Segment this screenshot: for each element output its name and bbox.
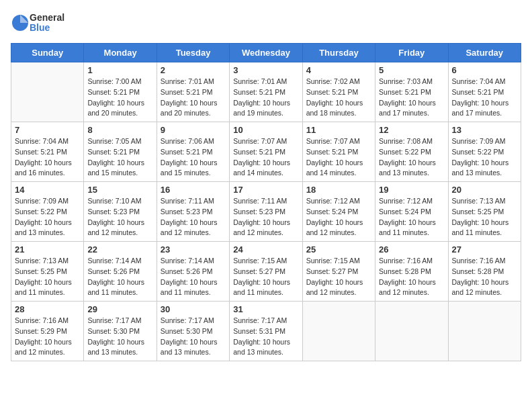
day-number: 14 [15, 185, 80, 195]
day-number: 4 [306, 65, 371, 75]
calendar-day-cell: 3Sunrise: 7:01 AMSunset: 5:21 PMDaylight… [230, 62, 302, 122]
calendar-week-row: 14Sunrise: 7:09 AMSunset: 5:22 PMDayligh… [11, 182, 521, 242]
calendar-weekday-header: Monday [84, 44, 157, 62]
day-info: Sunrise: 7:11 AMSunset: 5:23 PMDaylight:… [233, 196, 298, 238]
day-number: 30 [161, 304, 226, 314]
day-number: 19 [379, 185, 444, 195]
calendar-day-cell: 15Sunrise: 7:10 AMSunset: 5:23 PMDayligh… [84, 182, 157, 242]
day-info: Sunrise: 7:05 AMSunset: 5:21 PMDaylight:… [87, 136, 152, 179]
day-number: 18 [306, 185, 371, 195]
calendar-day-cell [375, 302, 448, 361]
day-number: 9 [161, 125, 226, 135]
day-info: Sunrise: 7:17 AMSunset: 5:30 PMDaylight:… [161, 316, 226, 358]
day-info: Sunrise: 7:12 AMSunset: 5:24 PMDaylight:… [306, 196, 371, 238]
calendar-week-row: 28Sunrise: 7:16 AMSunset: 5:29 PMDayligh… [11, 302, 521, 361]
logo: GeneralBlue [11, 11, 64, 35]
day-info: Sunrise: 7:07 AMSunset: 5:21 PMDaylight:… [306, 136, 371, 179]
day-number: 1 [87, 65, 152, 75]
day-info: Sunrise: 7:01 AMSunset: 5:21 PMDaylight:… [161, 77, 226, 119]
calendar-day-cell: 7Sunrise: 7:04 AMSunset: 5:21 PMDaylight… [11, 122, 84, 182]
calendar-day-cell: 30Sunrise: 7:17 AMSunset: 5:30 PMDayligh… [157, 302, 229, 361]
calendar-day-cell: 10Sunrise: 7:07 AMSunset: 5:21 PMDayligh… [230, 122, 302, 182]
day-number: 13 [452, 125, 517, 135]
day-info: Sunrise: 7:16 AMSunset: 5:28 PMDaylight:… [379, 256, 444, 298]
calendar-header-row: SundayMondayTuesdayWednesdayThursdayFrid… [11, 44, 521, 62]
calendar-day-cell: 11Sunrise: 7:07 AMSunset: 5:21 PMDayligh… [302, 122, 375, 182]
calendar-day-cell: 2Sunrise: 7:01 AMSunset: 5:21 PMDaylight… [157, 62, 229, 122]
day-number: 31 [233, 304, 298, 314]
calendar-day-cell: 21Sunrise: 7:13 AMSunset: 5:25 PMDayligh… [11, 242, 84, 302]
calendar-day-cell: 24Sunrise: 7:15 AMSunset: 5:27 PMDayligh… [230, 242, 302, 302]
calendar-day-cell: 18Sunrise: 7:12 AMSunset: 5:24 PMDayligh… [302, 182, 375, 242]
day-number: 16 [161, 185, 226, 195]
day-info: Sunrise: 7:15 AMSunset: 5:27 PMDaylight:… [306, 256, 371, 298]
calendar-table: SundayMondayTuesdayWednesdayThursdayFrid… [11, 43, 521, 361]
calendar-day-cell: 1Sunrise: 7:00 AMSunset: 5:21 PMDaylight… [84, 62, 157, 122]
day-info: Sunrise: 7:00 AMSunset: 5:21 PMDaylight:… [87, 77, 152, 119]
day-number: 3 [233, 65, 298, 75]
calendar-weekday-header: Friday [375, 44, 448, 62]
calendar-day-cell [302, 302, 375, 361]
calendar-day-cell: 13Sunrise: 7:09 AMSunset: 5:22 PMDayligh… [448, 122, 521, 182]
day-info: Sunrise: 7:03 AMSunset: 5:21 PMDaylight:… [379, 77, 444, 119]
day-info: Sunrise: 7:13 AMSunset: 5:25 PMDaylight:… [15, 256, 80, 298]
day-info: Sunrise: 7:14 AMSunset: 5:26 PMDaylight:… [161, 256, 226, 298]
day-info: Sunrise: 7:07 AMSunset: 5:21 PMDaylight:… [233, 136, 298, 179]
svg-text:General: General [30, 12, 64, 23]
calendar-weekday-header: Tuesday [157, 44, 229, 62]
calendar-day-cell: 14Sunrise: 7:09 AMSunset: 5:22 PMDayligh… [11, 182, 84, 242]
day-number: 22 [87, 244, 152, 255]
calendar-day-cell: 4Sunrise: 7:02 AMSunset: 5:21 PMDaylight… [302, 62, 375, 122]
day-number: 15 [87, 185, 152, 195]
calendar-day-cell: 31Sunrise: 7:17 AMSunset: 5:31 PMDayligh… [230, 302, 302, 361]
day-info: Sunrise: 7:13 AMSunset: 5:25 PMDaylight:… [452, 196, 517, 238]
day-info: Sunrise: 7:02 AMSunset: 5:21 PMDaylight:… [306, 77, 371, 119]
calendar-day-cell [11, 62, 84, 122]
calendar-day-cell: 17Sunrise: 7:11 AMSunset: 5:23 PMDayligh… [230, 182, 302, 242]
day-info: Sunrise: 7:08 AMSunset: 5:22 PMDaylight:… [379, 136, 444, 179]
day-info: Sunrise: 7:14 AMSunset: 5:26 PMDaylight:… [87, 256, 152, 298]
day-number: 10 [233, 125, 298, 135]
calendar-weekday-header: Saturday [448, 44, 521, 62]
day-info: Sunrise: 7:06 AMSunset: 5:21 PMDaylight:… [161, 136, 226, 179]
calendar-week-row: 7Sunrise: 7:04 AMSunset: 5:21 PMDaylight… [11, 122, 521, 182]
day-number: 6 [452, 65, 517, 75]
calendar-day-cell: 12Sunrise: 7:08 AMSunset: 5:22 PMDayligh… [375, 122, 448, 182]
day-info: Sunrise: 7:01 AMSunset: 5:21 PMDaylight:… [233, 77, 298, 119]
day-info: Sunrise: 7:15 AMSunset: 5:27 PMDaylight:… [233, 256, 298, 298]
calendar-weekday-header: Thursday [302, 44, 375, 62]
svg-text:Blue: Blue [30, 22, 50, 33]
day-info: Sunrise: 7:16 AMSunset: 5:29 PMDaylight:… [15, 316, 80, 358]
day-info: Sunrise: 7:16 AMSunset: 5:28 PMDaylight:… [452, 256, 517, 298]
day-number: 7 [15, 125, 80, 135]
day-number: 11 [306, 125, 371, 135]
calendar-day-cell: 20Sunrise: 7:13 AMSunset: 5:25 PMDayligh… [448, 182, 521, 242]
day-info: Sunrise: 7:10 AMSunset: 5:23 PMDaylight:… [87, 196, 152, 238]
day-number: 27 [452, 244, 517, 255]
logo-svg: GeneralBlue [11, 11, 64, 35]
day-info: Sunrise: 7:04 AMSunset: 5:21 PMDaylight:… [452, 77, 517, 119]
calendar-day-cell: 25Sunrise: 7:15 AMSunset: 5:27 PMDayligh… [302, 242, 375, 302]
day-info: Sunrise: 7:04 AMSunset: 5:21 PMDaylight:… [15, 136, 80, 179]
day-number: 21 [15, 244, 80, 255]
page-header: GeneralBlue [11, 11, 521, 35]
calendar-day-cell: 19Sunrise: 7:12 AMSunset: 5:24 PMDayligh… [375, 182, 448, 242]
day-number: 25 [306, 244, 371, 255]
calendar-day-cell: 29Sunrise: 7:17 AMSunset: 5:30 PMDayligh… [84, 302, 157, 361]
calendar-day-cell: 5Sunrise: 7:03 AMSunset: 5:21 PMDaylight… [375, 62, 448, 122]
calendar-day-cell: 16Sunrise: 7:11 AMSunset: 5:23 PMDayligh… [157, 182, 229, 242]
day-info: Sunrise: 7:12 AMSunset: 5:24 PMDaylight:… [379, 196, 444, 238]
day-number: 26 [379, 244, 444, 255]
day-info: Sunrise: 7:17 AMSunset: 5:31 PMDaylight:… [233, 316, 298, 358]
day-info: Sunrise: 7:09 AMSunset: 5:22 PMDaylight:… [15, 196, 80, 238]
day-number: 17 [233, 185, 298, 195]
calendar-week-row: 1Sunrise: 7:00 AMSunset: 5:21 PMDaylight… [11, 62, 521, 122]
day-number: 8 [87, 125, 152, 135]
calendar-day-cell: 27Sunrise: 7:16 AMSunset: 5:28 PMDayligh… [448, 242, 521, 302]
calendar-day-cell: 26Sunrise: 7:16 AMSunset: 5:28 PMDayligh… [375, 242, 448, 302]
day-number: 23 [161, 244, 226, 255]
day-number: 5 [379, 65, 444, 75]
calendar-day-cell: 6Sunrise: 7:04 AMSunset: 5:21 PMDaylight… [448, 62, 521, 122]
day-info: Sunrise: 7:09 AMSunset: 5:22 PMDaylight:… [452, 136, 517, 179]
day-info: Sunrise: 7:17 AMSunset: 5:30 PMDaylight:… [87, 316, 152, 358]
